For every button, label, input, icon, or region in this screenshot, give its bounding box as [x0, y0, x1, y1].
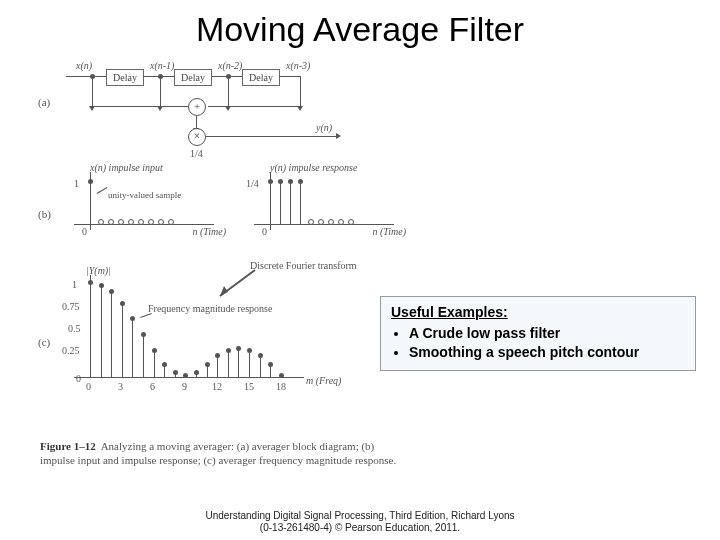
stem-zero	[170, 222, 171, 224]
wire	[206, 136, 336, 137]
ytick-0: 0	[76, 373, 81, 384]
delay-block-3: Delay	[242, 69, 280, 86]
tick-quarter: 1/4	[246, 178, 259, 189]
xaxis-label: n (Time)	[372, 226, 406, 237]
wire	[196, 116, 197, 128]
stem-zero	[100, 222, 101, 224]
stem-zero	[130, 222, 131, 224]
freq-stem	[164, 365, 165, 377]
stem	[270, 182, 271, 224]
xtick-15: 15	[244, 381, 254, 392]
stem	[290, 182, 291, 224]
wire	[228, 76, 229, 106]
xtick-9: 9	[182, 381, 187, 392]
input-label: x(n)	[76, 60, 92, 71]
yout-title: y(n) impulse response	[270, 162, 357, 173]
stem-zero	[140, 222, 141, 224]
freq-xaxis-label: m (Freq)	[306, 375, 341, 386]
figure-caption: Figure 1–12 Analyzing a moving averager:…	[40, 440, 400, 468]
xin-title: x(n) impulse input	[90, 162, 163, 173]
stem	[280, 182, 281, 224]
stem	[300, 182, 301, 224]
wire	[160, 76, 161, 106]
wire	[208, 106, 300, 107]
delay-block-2: Delay	[174, 69, 212, 86]
multiplier: ×	[188, 128, 206, 146]
freq-stem	[281, 376, 282, 377]
block-diagram: x(n) x(n-1) x(n-2) x(n-3) Delay Delay De…	[40, 60, 410, 160]
freq-stem	[111, 292, 112, 377]
freq-stem	[154, 351, 155, 377]
freq-stem	[132, 319, 133, 377]
xaxis-label: n (Time)	[192, 226, 226, 237]
wire	[66, 76, 106, 77]
freq-annotation: Frequency magnitude response	[148, 303, 218, 314]
useful-examples-box: Useful Examples: A Crude low pass filter…	[380, 296, 696, 371]
xtick-0: 0	[86, 381, 91, 392]
freq-stem	[249, 351, 250, 377]
xtick-12: 12	[212, 381, 222, 392]
freq-stem	[207, 365, 208, 377]
freq-stem	[143, 335, 144, 377]
tick-1: 1	[74, 178, 79, 189]
figure-number: Figure 1–12	[40, 440, 96, 452]
tap2-label: x(n-2)	[218, 60, 242, 71]
stem-zero	[110, 222, 111, 224]
useful-item-2: Smoothing a speech pitch contour	[409, 343, 685, 362]
freq-stem	[101, 286, 102, 377]
annotation-line	[140, 313, 152, 318]
ytick-05: 0.5	[68, 323, 81, 334]
page-title: Moving Average Filter	[0, 0, 720, 49]
stem-zero	[320, 222, 321, 224]
wire	[92, 106, 188, 107]
x-axis	[74, 377, 304, 378]
ytick-075: 0.75	[62, 301, 80, 312]
wire	[280, 76, 300, 77]
tap1-label: x(n-1)	[150, 60, 174, 71]
factor-label: 1/4	[190, 148, 203, 159]
freq-stem	[270, 365, 271, 377]
freq-stem	[238, 349, 239, 377]
frequency-response-plot: |Y(m)| 1 0.75 0.5 0.25 0 0 3 6 9 12 15 1…	[40, 265, 410, 395]
footer-line-1: Understanding Digital Signal Processing,…	[0, 510, 720, 522]
impulse-input-plot: x(n) impulse input 1 0 n (Time) unity-va…	[60, 164, 220, 244]
tick-0: 0	[262, 226, 267, 237]
wire	[92, 76, 93, 106]
freq-stem	[228, 351, 229, 377]
useful-item-1: A Crude low pass filter	[409, 324, 685, 343]
unity-label: unity-valued sample	[108, 190, 181, 200]
xtick-18: 18	[276, 381, 286, 392]
impulse-response-plot: y(n) impulse response 1/4 0 n (Time)	[240, 164, 400, 244]
freq-stem	[260, 356, 261, 377]
freq-stem	[175, 373, 176, 377]
stem-zero	[350, 222, 351, 224]
output-label: y(n)	[316, 122, 332, 133]
x-axis	[254, 224, 394, 225]
useful-header: Useful Examples:	[391, 303, 685, 322]
impulse-plots: x(n) impulse input 1 0 n (Time) unity-va…	[40, 164, 410, 259]
tick-0: 0	[82, 226, 87, 237]
freq-stem	[90, 283, 91, 377]
annotation-line	[97, 187, 108, 194]
delay-block-1: Delay	[106, 69, 144, 86]
x-axis	[74, 224, 214, 225]
adder: +	[188, 98, 206, 116]
freq-stem	[122, 304, 123, 377]
stem-zero	[340, 222, 341, 224]
stem-zero	[330, 222, 331, 224]
tap3-label: x(n-3)	[286, 60, 310, 71]
xtick-3: 3	[118, 381, 123, 392]
freq-stem	[185, 376, 186, 377]
stem	[90, 182, 91, 224]
figure-area: (a) x(n) x(n-1) x(n-2) x(n-3) Delay Dela…	[40, 60, 410, 395]
footer-line-2: (0-13-261480-4) © Pearson Education, 201…	[0, 522, 720, 534]
freq-stem	[217, 356, 218, 377]
stem-zero	[120, 222, 121, 224]
xtick-6: 6	[150, 381, 155, 392]
ytick-025: 0.25	[62, 345, 80, 356]
stem-zero	[160, 222, 161, 224]
ytick-1: 1	[72, 279, 77, 290]
footer: Understanding Digital Signal Processing,…	[0, 510, 720, 534]
stem-zero	[310, 222, 311, 224]
useful-list: A Crude low pass filter Smoothing a spee…	[391, 324, 685, 362]
